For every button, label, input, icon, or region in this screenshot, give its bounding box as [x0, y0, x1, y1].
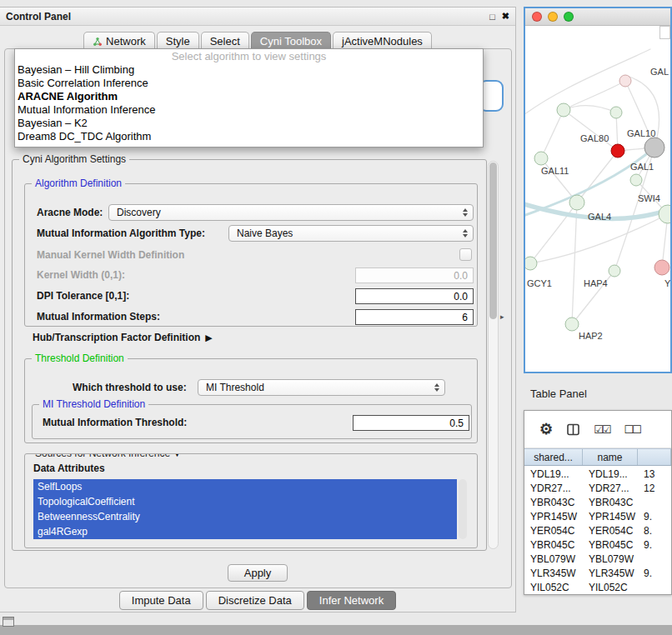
traffic-red[interactable] — [532, 12, 542, 22]
sources-group-title[interactable]: Sources for Network Inference ▼ — [32, 453, 184, 460]
column-header[interactable]: name — [583, 449, 638, 465]
table-row[interactable]: YBR045CYBR045C9. — [524, 538, 671, 552]
network-window-titlebar[interactable] — [525, 8, 670, 26]
apply-row: Apply — [0, 564, 515, 582]
mi-threshold-definition-group: MI Threshold Definition Mutual Informati… — [32, 404, 472, 439]
apply-button[interactable]: Apply — [228, 564, 288, 582]
algorithm-option[interactable]: Dream8 DC_TDC Algorithm — [15, 130, 483, 143]
table-row[interactable]: YBL079WYBL079W — [524, 552, 671, 566]
which-threshold-select[interactable]: MI Threshold — [198, 379, 445, 396]
hub-definition-toggle[interactable]: Hub/Transcription Factor Definition ▶ — [33, 332, 213, 343]
mi-steps-field[interactable]: 6 — [355, 309, 474, 325]
float-panel-icon[interactable]: □ — [489, 12, 495, 22]
graph-node[interactable] — [534, 152, 548, 165]
mi-threshold-field[interactable]: 0.5 — [353, 415, 469, 431]
settings-group-title: Cyni Algorithm Settings — [19, 153, 129, 165]
algorithm-option[interactable]: Basic Correlation Inference — [15, 77, 483, 90]
attribute-item[interactable]: gal4RGexp — [33, 524, 457, 539]
threshold-definition-group: Threshold Definition Which threshold to … — [24, 358, 478, 443]
tab-infer-network[interactable]: Infer Network — [307, 591, 396, 610]
network-graph[interactable]: GALGAL80GAL10GAL11GAL1SWI4GAL4GCY1HAP4YH… — [525, 26, 670, 354]
graph-node[interactable] — [619, 75, 631, 87]
sources-title-text: Sources for Network Inference — [35, 453, 170, 459]
table-cell: 8. — [638, 523, 671, 538]
scrollbar-thumb[interactable] — [489, 162, 497, 319]
expand-arrow-icon: ▶ — [205, 332, 212, 343]
network-canvas[interactable]: GALGAL80GAL10GAL11GAL1SWI4GAL4GCY1HAP4YH… — [525, 26, 670, 354]
mi-threshold-definition-title: MI Threshold Definition — [39, 398, 148, 410]
tab-impute-data[interactable]: Impute Data — [119, 591, 203, 610]
node-label: GAL1 — [630, 162, 654, 172]
settings-scrollbar[interactable] — [488, 161, 499, 549]
graph-node[interactable] — [611, 144, 624, 158]
graph-node[interactable] — [610, 107, 622, 118]
graph-node[interactable] — [630, 174, 642, 186]
dpi-tolerance-label: DPI Tolerance [0,1]: — [37, 290, 129, 302]
graph-node[interactable] — [525, 257, 537, 270]
table-row[interactable]: YER054CYER054C8. — [524, 523, 671, 538]
table-toolbar: ⚙ ☑☑ ☐☐ — [524, 411, 671, 448]
table-panel-window: ⚙ ☑☑ ☐☐ shared...name YDL19...YDL19...13… — [524, 410, 672, 595]
algorithm-option[interactable]: Bayesian – K2 — [15, 117, 483, 130]
columns-icon[interactable] — [567, 423, 579, 436]
graph-node[interactable] — [654, 260, 669, 275]
tab-discretize-data[interactable]: Discretize Data — [206, 591, 304, 610]
table-cell: YBR043C — [524, 495, 583, 509]
manual-kernel-checkbox[interactable] — [459, 248, 472, 261]
table-cell: YLR345W — [583, 566, 638, 580]
close-panel-icon[interactable]: ✖ — [502, 11, 509, 22]
algorithm-option[interactable]: Bayesian – Hill Climbing — [15, 63, 483, 77]
desktop: Control Panel □ ✖ Network Style Select — [0, 0, 672, 635]
algorithm-option[interactable]: Mutual Information Inference — [15, 103, 483, 117]
attribute-item[interactable]: BetweennessCentrality — [33, 509, 457, 524]
algorithm-dropdown-list: Bayesian – Hill ClimbingBasic Correlatio… — [15, 63, 483, 143]
aracne-mode-select[interactable]: Discovery — [108, 204, 474, 221]
graph-node[interactable] — [659, 205, 670, 223]
graph-node[interactable] — [565, 318, 579, 331]
node-label: GAL4 — [588, 212, 611, 222]
table-cell: YDR27... — [583, 481, 638, 495]
table-cell: YBR045C — [583, 538, 638, 552]
graph-node[interactable] — [569, 195, 584, 210]
attribute-item[interactable]: TopologicalCoefficient — [33, 494, 457, 509]
table-cell: YIL052C — [583, 580, 638, 594]
table-row[interactable]: YDR27...YDR27...12 — [524, 481, 671, 495]
traffic-green[interactable] — [564, 12, 574, 22]
table-header: shared...name — [524, 448, 671, 466]
graph-edge — [572, 202, 577, 324]
deselect-all-icon[interactable]: ☐☐ — [624, 423, 639, 436]
table-cell: YBR045C — [524, 538, 583, 552]
table-row[interactable]: YPR145WYPR145W9. — [524, 509, 671, 523]
table-cell: YBR043C — [583, 495, 638, 509]
dpi-tolerance-field[interactable]: 0.0 — [355, 288, 474, 304]
column-header[interactable] — [638, 449, 671, 465]
kernel-width-label: Kernel Width (0,1): — [37, 269, 125, 281]
scrollbar-corner — [659, 26, 670, 39]
graph-node[interactable] — [557, 103, 570, 117]
node-label: HAP4 — [584, 278, 608, 288]
node-label: GAL10 — [627, 128, 655, 138]
traffic-yellow[interactable] — [548, 12, 558, 22]
table-cell: YBL079W — [524, 552, 583, 566]
table-row[interactable]: YLR345WYLR345W9. — [524, 566, 671, 580]
attribute-item[interactable]: SelfLoops — [33, 479, 457, 494]
collapsed-panel-icon[interactable] — [3, 617, 14, 627]
splitter-arrow-icon[interactable]: ▸ — [500, 312, 504, 321]
control-panel-titlebar[interactable]: Control Panel □ ✖ — [0, 8, 515, 26]
node-label: GAL80 — [580, 133, 609, 143]
column-header[interactable]: shared... — [524, 449, 583, 465]
table-cell: YER054C — [524, 523, 583, 538]
graph-node[interactable] — [644, 138, 664, 158]
graph-node[interactable] — [609, 265, 620, 277]
select-all-icon[interactable]: ☑☑ — [594, 423, 609, 436]
algorithm-option[interactable]: ARACNE Algorithm — [15, 90, 483, 103]
table-row[interactable]: YBR043CYBR043C — [524, 495, 671, 509]
attributes-scrollbar[interactable] — [459, 479, 467, 539]
mi-algorithm-type-select[interactable]: Naive Bayes — [228, 225, 474, 242]
gear-icon[interactable]: ⚙ — [539, 420, 553, 438]
table-row[interactable]: YDL19...YDL19...13 — [524, 467, 671, 481]
kernel-width-field[interactable]: 0.0 — [355, 268, 474, 283]
table-row[interactable]: YIL052CYIL052C — [524, 580, 671, 594]
algorithm-definition-title: Algorithm Definition — [32, 178, 125, 189]
data-attributes-label: Data Attributes — [33, 462, 105, 474]
